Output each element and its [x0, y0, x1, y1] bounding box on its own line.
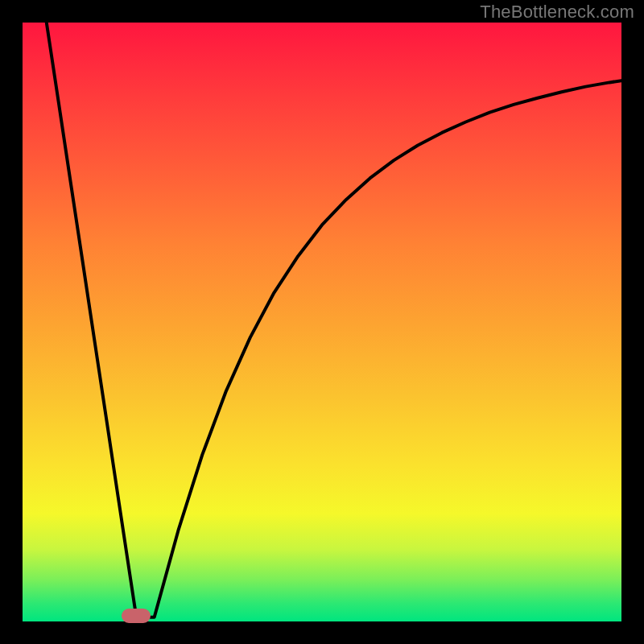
- optimum-marker: [122, 609, 151, 623]
- bottleneck-curve: [23, 23, 621, 621]
- plot-area: [23, 23, 621, 621]
- watermark-text: TheBottleneck.com: [480, 2, 634, 23]
- chart-frame: TheBottleneck.com: [0, 0, 644, 644]
